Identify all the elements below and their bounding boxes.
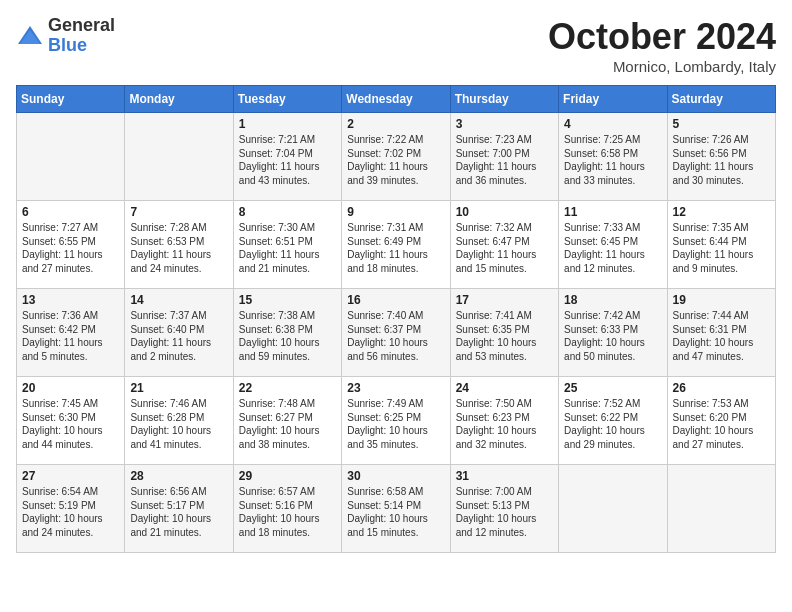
calendar-cell: 28Sunrise: 6:56 AM Sunset: 5:17 PM Dayli… bbox=[125, 465, 233, 553]
calendar-week-row: 1Sunrise: 7:21 AM Sunset: 7:04 PM Daylig… bbox=[17, 113, 776, 201]
day-number: 24 bbox=[456, 381, 553, 395]
day-number: 1 bbox=[239, 117, 336, 131]
cell-content: Sunrise: 7:49 AM Sunset: 6:25 PM Dayligh… bbox=[347, 397, 444, 451]
cell-content: Sunrise: 7:46 AM Sunset: 6:28 PM Dayligh… bbox=[130, 397, 227, 451]
cell-content: Sunrise: 7:37 AM Sunset: 6:40 PM Dayligh… bbox=[130, 309, 227, 363]
calendar-cell bbox=[667, 465, 775, 553]
calendar-cell bbox=[17, 113, 125, 201]
cell-content: Sunrise: 6:57 AM Sunset: 5:16 PM Dayligh… bbox=[239, 485, 336, 539]
logo-blue: Blue bbox=[48, 36, 115, 56]
day-number: 28 bbox=[130, 469, 227, 483]
day-number: 26 bbox=[673, 381, 770, 395]
calendar-cell: 29Sunrise: 6:57 AM Sunset: 5:16 PM Dayli… bbox=[233, 465, 341, 553]
day-number: 25 bbox=[564, 381, 661, 395]
calendar-cell: 17Sunrise: 7:41 AM Sunset: 6:35 PM Dayli… bbox=[450, 289, 558, 377]
day-number: 2 bbox=[347, 117, 444, 131]
calendar-cell: 6Sunrise: 7:27 AM Sunset: 6:55 PM Daylig… bbox=[17, 201, 125, 289]
cell-content: Sunrise: 7:38 AM Sunset: 6:38 PM Dayligh… bbox=[239, 309, 336, 363]
calendar-cell: 15Sunrise: 7:38 AM Sunset: 6:38 PM Dayli… bbox=[233, 289, 341, 377]
cell-content: Sunrise: 6:58 AM Sunset: 5:14 PM Dayligh… bbox=[347, 485, 444, 539]
day-number: 3 bbox=[456, 117, 553, 131]
calendar-cell: 20Sunrise: 7:45 AM Sunset: 6:30 PM Dayli… bbox=[17, 377, 125, 465]
calendar-week-row: 27Sunrise: 6:54 AM Sunset: 5:19 PM Dayli… bbox=[17, 465, 776, 553]
calendar-cell: 13Sunrise: 7:36 AM Sunset: 6:42 PM Dayli… bbox=[17, 289, 125, 377]
day-number: 13 bbox=[22, 293, 119, 307]
calendar-cell: 14Sunrise: 7:37 AM Sunset: 6:40 PM Dayli… bbox=[125, 289, 233, 377]
cell-content: Sunrise: 7:35 AM Sunset: 6:44 PM Dayligh… bbox=[673, 221, 770, 275]
calendar-cell: 26Sunrise: 7:53 AM Sunset: 6:20 PM Dayli… bbox=[667, 377, 775, 465]
calendar-cell: 5Sunrise: 7:26 AM Sunset: 6:56 PM Daylig… bbox=[667, 113, 775, 201]
day-number: 16 bbox=[347, 293, 444, 307]
page-header: General Blue October 2024 Mornico, Lomba… bbox=[16, 16, 776, 75]
calendar-cell: 27Sunrise: 6:54 AM Sunset: 5:19 PM Dayli… bbox=[17, 465, 125, 553]
cell-content: Sunrise: 7:00 AM Sunset: 5:13 PM Dayligh… bbox=[456, 485, 553, 539]
day-number: 29 bbox=[239, 469, 336, 483]
day-number: 21 bbox=[130, 381, 227, 395]
calendar-cell: 10Sunrise: 7:32 AM Sunset: 6:47 PM Dayli… bbox=[450, 201, 558, 289]
calendar-cell: 18Sunrise: 7:42 AM Sunset: 6:33 PM Dayli… bbox=[559, 289, 667, 377]
day-number: 4 bbox=[564, 117, 661, 131]
cell-content: Sunrise: 7:45 AM Sunset: 6:30 PM Dayligh… bbox=[22, 397, 119, 451]
day-number: 27 bbox=[22, 469, 119, 483]
cell-content: Sunrise: 7:42 AM Sunset: 6:33 PM Dayligh… bbox=[564, 309, 661, 363]
logo-general: General bbox=[48, 16, 115, 36]
month-title: October 2024 bbox=[548, 16, 776, 58]
day-number: 14 bbox=[130, 293, 227, 307]
day-number: 15 bbox=[239, 293, 336, 307]
calendar-cell: 24Sunrise: 7:50 AM Sunset: 6:23 PM Dayli… bbox=[450, 377, 558, 465]
day-number: 30 bbox=[347, 469, 444, 483]
cell-content: Sunrise: 7:22 AM Sunset: 7:02 PM Dayligh… bbox=[347, 133, 444, 187]
day-number: 6 bbox=[22, 205, 119, 219]
calendar-cell: 22Sunrise: 7:48 AM Sunset: 6:27 PM Dayli… bbox=[233, 377, 341, 465]
calendar-cell: 11Sunrise: 7:33 AM Sunset: 6:45 PM Dayli… bbox=[559, 201, 667, 289]
calendar-cell: 25Sunrise: 7:52 AM Sunset: 6:22 PM Dayli… bbox=[559, 377, 667, 465]
calendar-cell: 3Sunrise: 7:23 AM Sunset: 7:00 PM Daylig… bbox=[450, 113, 558, 201]
calendar-cell: 7Sunrise: 7:28 AM Sunset: 6:53 PM Daylig… bbox=[125, 201, 233, 289]
cell-content: Sunrise: 7:40 AM Sunset: 6:37 PM Dayligh… bbox=[347, 309, 444, 363]
cell-content: Sunrise: 7:48 AM Sunset: 6:27 PM Dayligh… bbox=[239, 397, 336, 451]
cell-content: Sunrise: 7:27 AM Sunset: 6:55 PM Dayligh… bbox=[22, 221, 119, 275]
cell-content: Sunrise: 7:53 AM Sunset: 6:20 PM Dayligh… bbox=[673, 397, 770, 451]
cell-content: Sunrise: 7:36 AM Sunset: 6:42 PM Dayligh… bbox=[22, 309, 119, 363]
logo: General Blue bbox=[16, 16, 115, 56]
header-wednesday: Wednesday bbox=[342, 86, 450, 113]
calendar-week-row: 6Sunrise: 7:27 AM Sunset: 6:55 PM Daylig… bbox=[17, 201, 776, 289]
cell-content: Sunrise: 7:31 AM Sunset: 6:49 PM Dayligh… bbox=[347, 221, 444, 275]
day-number: 19 bbox=[673, 293, 770, 307]
calendar-cell: 8Sunrise: 7:30 AM Sunset: 6:51 PM Daylig… bbox=[233, 201, 341, 289]
cell-content: Sunrise: 7:44 AM Sunset: 6:31 PM Dayligh… bbox=[673, 309, 770, 363]
day-number: 11 bbox=[564, 205, 661, 219]
cell-content: Sunrise: 7:23 AM Sunset: 7:00 PM Dayligh… bbox=[456, 133, 553, 187]
cell-content: Sunrise: 7:32 AM Sunset: 6:47 PM Dayligh… bbox=[456, 221, 553, 275]
header-sunday: Sunday bbox=[17, 86, 125, 113]
day-number: 31 bbox=[456, 469, 553, 483]
cell-content: Sunrise: 6:56 AM Sunset: 5:17 PM Dayligh… bbox=[130, 485, 227, 539]
day-number: 9 bbox=[347, 205, 444, 219]
header-monday: Monday bbox=[125, 86, 233, 113]
calendar-week-row: 13Sunrise: 7:36 AM Sunset: 6:42 PM Dayli… bbox=[17, 289, 776, 377]
day-number: 12 bbox=[673, 205, 770, 219]
day-number: 5 bbox=[673, 117, 770, 131]
logo-text: General Blue bbox=[48, 16, 115, 56]
cell-content: Sunrise: 7:26 AM Sunset: 6:56 PM Dayligh… bbox=[673, 133, 770, 187]
day-number: 10 bbox=[456, 205, 553, 219]
header-thursday: Thursday bbox=[450, 86, 558, 113]
day-number: 22 bbox=[239, 381, 336, 395]
calendar-cell bbox=[559, 465, 667, 553]
calendar-cell: 31Sunrise: 7:00 AM Sunset: 5:13 PM Dayli… bbox=[450, 465, 558, 553]
cell-content: Sunrise: 7:41 AM Sunset: 6:35 PM Dayligh… bbox=[456, 309, 553, 363]
calendar-cell bbox=[125, 113, 233, 201]
location: Mornico, Lombardy, Italy bbox=[548, 58, 776, 75]
day-number: 8 bbox=[239, 205, 336, 219]
cell-content: Sunrise: 7:21 AM Sunset: 7:04 PM Dayligh… bbox=[239, 133, 336, 187]
day-number: 18 bbox=[564, 293, 661, 307]
calendar-cell: 23Sunrise: 7:49 AM Sunset: 6:25 PM Dayli… bbox=[342, 377, 450, 465]
calendar-cell: 9Sunrise: 7:31 AM Sunset: 6:49 PM Daylig… bbox=[342, 201, 450, 289]
header-friday: Friday bbox=[559, 86, 667, 113]
calendar-week-row: 20Sunrise: 7:45 AM Sunset: 6:30 PM Dayli… bbox=[17, 377, 776, 465]
calendar-cell: 19Sunrise: 7:44 AM Sunset: 6:31 PM Dayli… bbox=[667, 289, 775, 377]
calendar-cell: 2Sunrise: 7:22 AM Sunset: 7:02 PM Daylig… bbox=[342, 113, 450, 201]
header-tuesday: Tuesday bbox=[233, 86, 341, 113]
calendar-cell: 12Sunrise: 7:35 AM Sunset: 6:44 PM Dayli… bbox=[667, 201, 775, 289]
calendar-cell: 21Sunrise: 7:46 AM Sunset: 6:28 PM Dayli… bbox=[125, 377, 233, 465]
